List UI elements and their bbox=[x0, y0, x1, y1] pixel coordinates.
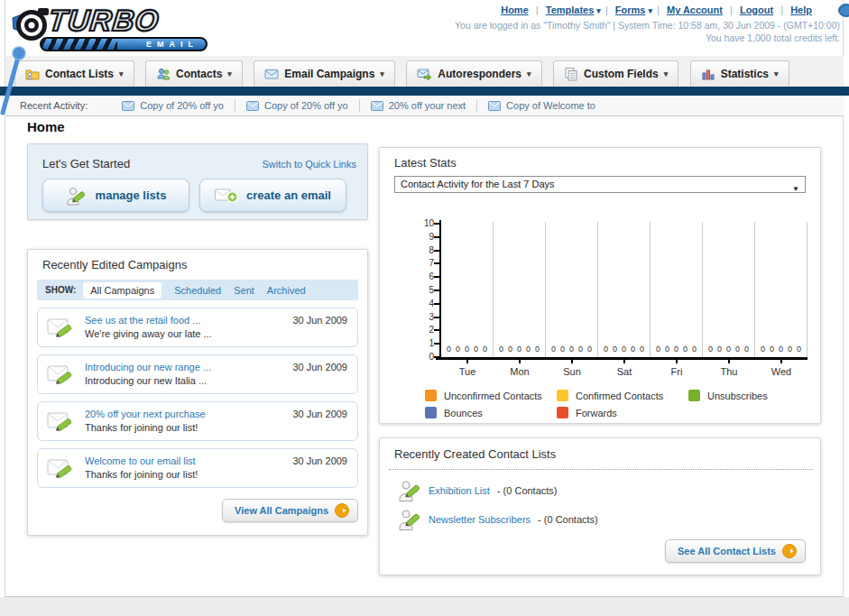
y-axis-tick-label: 2 bbox=[394, 325, 434, 335]
campaign-title-link[interactable]: 20% off your next purchase bbox=[85, 409, 206, 419]
x-axis-day-label: Tue bbox=[441, 366, 494, 377]
x-axis-day-label: Sun bbox=[546, 366, 598, 377]
nav-separator: | bbox=[780, 5, 783, 15]
campaign-date: 30 Jun 2009 bbox=[292, 455, 347, 466]
legend-swatch bbox=[688, 390, 700, 401]
x-axis-tick bbox=[780, 360, 782, 363]
chart-gridline bbox=[545, 222, 546, 357]
legend-swatch bbox=[557, 390, 568, 401]
person-pencil-icon bbox=[66, 185, 88, 207]
campaign-row[interactable]: Welcome to our email list Thanks for joi… bbox=[37, 448, 358, 488]
recent-activity-item[interactable]: Copy of 20% off yo bbox=[235, 99, 360, 113]
tab-label: Contact Lists bbox=[45, 68, 114, 80]
recent-activity-item[interactable]: 20% off your next bbox=[360, 99, 477, 113]
campaign-subtitle: Introducing our new Italia ... bbox=[85, 375, 207, 386]
nav-templates-link[interactable]: Templates bbox=[546, 5, 595, 15]
bar-value-label: 0 bbox=[586, 345, 594, 354]
tab-label: Autoresponders bbox=[438, 68, 521, 80]
y-axis-tick-label: 3 bbox=[394, 312, 434, 322]
tab-contacts[interactable]: Contacts ▾ bbox=[145, 60, 243, 88]
filter-scheduled[interactable]: Scheduled bbox=[174, 285, 221, 296]
legend-label: Confirmed Contacts bbox=[576, 391, 663, 401]
bar-value-label: 0 bbox=[743, 345, 751, 354]
chart-gridline bbox=[807, 222, 807, 357]
legend-item: Unconfirmed Contacts bbox=[425, 387, 557, 404]
manage-lists-label: manage lists bbox=[96, 188, 167, 202]
create-email-button[interactable]: create an email bbox=[199, 179, 346, 212]
filter-all-campaigns[interactable]: All Campaigns bbox=[83, 282, 161, 299]
y-axis-tick bbox=[434, 343, 439, 345]
see-all-contact-lists-button[interactable]: See All Contact Lists bbox=[665, 539, 806, 563]
create-email-label: create an email bbox=[246, 188, 331, 202]
tab-custom-fields[interactable]: Custom Fields ▾ bbox=[553, 60, 678, 88]
tab-statistics[interactable]: Statistics ▾ bbox=[690, 60, 789, 88]
envelope-icon bbox=[122, 101, 134, 111]
bar-value-label: 0 bbox=[454, 345, 462, 354]
legend-item: Confirmed Contacts bbox=[557, 387, 688, 404]
campaign-subtitle: Thanks for joining our list! bbox=[85, 422, 198, 433]
filter-sent[interactable]: Sent bbox=[234, 285, 254, 296]
y-axis-tick-label: 4 bbox=[394, 299, 434, 308]
campaign-row[interactable]: Introducing our new range ... Introducin… bbox=[37, 354, 358, 394]
see-all-contact-lists-label: See All Contact Lists bbox=[678, 546, 776, 556]
contact-list-row[interactable]: Newsletter Subscribers - (0 Contacts) bbox=[398, 507, 598, 532]
tab-autoresponders[interactable]: Autoresponders ▾ bbox=[406, 60, 541, 88]
bar-value-label: 0 bbox=[463, 345, 471, 354]
recent-activity-title: Copy of Welcome to bbox=[506, 100, 595, 111]
bar-value-label: 0 bbox=[629, 345, 637, 354]
y-axis-tick bbox=[434, 329, 439, 331]
y-axis-tick bbox=[434, 262, 439, 264]
nav-separator: | bbox=[536, 5, 539, 15]
recent-activity-bar: Recent Activity: Copy of 20% off yo Copy… bbox=[5, 96, 844, 116]
campaign-subtitle: Thanks for joining our list! bbox=[85, 469, 198, 480]
recent-activity-item[interactable]: Copy of Welcome to bbox=[477, 99, 606, 113]
manage-lists-button[interactable]: manage lists bbox=[42, 179, 189, 212]
campaign-title-link[interactable]: Introducing our new range ... bbox=[85, 362, 211, 372]
x-axis-tick bbox=[571, 360, 573, 363]
campaign-title-link[interactable]: See us at the retail food ... bbox=[85, 315, 200, 326]
recent-activity-title: Copy of 20% off yo bbox=[140, 100, 224, 111]
chevron-down-icon: ▾ bbox=[664, 69, 669, 78]
envelope-plus-icon bbox=[215, 187, 238, 205]
contact-list-row[interactable]: Exhibition List - (0 Contacts) bbox=[398, 478, 558, 503]
stats-period-dropdown[interactable]: Contact Activity for the Last 7 Days ▼ bbox=[394, 176, 806, 193]
bar-chart-icon bbox=[701, 67, 715, 81]
view-all-campaigns-button[interactable]: View All Campaigns bbox=[222, 499, 358, 522]
contact-list-link[interactable]: Exhibition List bbox=[429, 485, 490, 496]
turbo-email-logo: TURBO EMAIL bbox=[9, 4, 235, 54]
contact-lists-title: Recently Created Contact Lists bbox=[394, 447, 556, 461]
logo-subtitle: EMAIL bbox=[146, 40, 198, 49]
recent-activity-title: Copy of 20% off yo bbox=[264, 100, 348, 111]
switch-quick-links-link[interactable]: Switch to Quick Links bbox=[262, 159, 356, 170]
y-axis-tick-label: 6 bbox=[394, 271, 434, 281]
nav-my-account-link[interactable]: My Account bbox=[667, 5, 723, 15]
bar-value-label: 0 bbox=[515, 345, 523, 354]
nav-forms-link[interactable]: Forms bbox=[615, 5, 646, 15]
chart-y-axis bbox=[439, 220, 441, 357]
y-axis-tick bbox=[434, 303, 439, 305]
y-axis-tick bbox=[434, 236, 439, 238]
legend-label: Unconfirmed Contacts bbox=[444, 391, 542, 401]
chevron-down-icon: ▾ bbox=[774, 69, 779, 78]
envelope-pencil-icon bbox=[47, 363, 76, 388]
nav-help-link[interactable]: Help bbox=[790, 5, 812, 15]
contact-list-link[interactable]: Newsletter Subscribers bbox=[429, 514, 531, 525]
nav-separator: | bbox=[657, 5, 660, 15]
campaign-title-link[interactable]: Welcome to our email list bbox=[85, 455, 196, 466]
y-axis-tick-label: 8 bbox=[394, 245, 434, 255]
filter-archived[interactable]: Archived bbox=[267, 285, 306, 296]
campaign-row[interactable]: 20% off your next purchase Thanks for jo… bbox=[37, 401, 358, 441]
contact-list-detail: - (0 Contacts) bbox=[538, 514, 598, 525]
envelope-pencil-icon bbox=[47, 456, 76, 482]
x-axis-tick bbox=[623, 360, 625, 363]
y-axis-tick-label: 7 bbox=[394, 258, 434, 268]
help-bubble-icon[interactable] bbox=[838, 4, 849, 17]
bar-value-label: 0 bbox=[577, 345, 585, 354]
recent-activity-item[interactable]: Copy of 20% off yo bbox=[111, 99, 235, 113]
nav-home-link[interactable]: Home bbox=[501, 5, 529, 15]
tab-email-campaigns[interactable]: Email Campaigns ▾ bbox=[254, 60, 395, 88]
nav-logout-link[interactable]: Logout bbox=[740, 5, 773, 15]
campaign-row[interactable]: See us at the retail food ... We're givi… bbox=[37, 308, 358, 347]
latest-stats-panel: Latest Stats Contact Activity for the La… bbox=[379, 147, 821, 424]
campaign-subtitle: We're giving away our late ... bbox=[85, 328, 212, 339]
